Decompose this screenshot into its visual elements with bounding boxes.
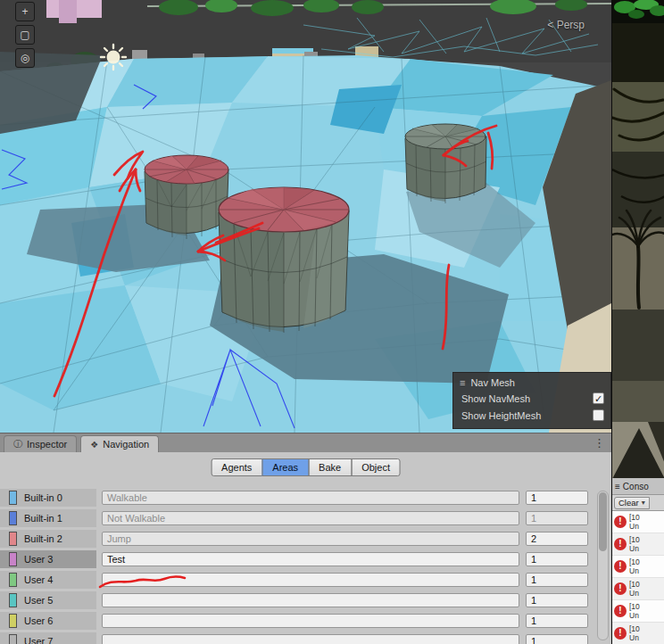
table-row: Built-in 0 Walkable 1 [0, 489, 611, 507]
show-heightmesh-label: Show HeightMesh [461, 410, 541, 421]
show-navmesh-checkbox[interactable]: ✓ [593, 392, 604, 404]
area-name-field[interactable] [102, 634, 519, 644]
rect-tool-button[interactable]: ▢ [15, 25, 35, 45]
console-clear-button[interactable]: Clear ▾ [614, 497, 650, 509]
mode-tab-agents[interactable]: Agents [211, 458, 262, 476]
area-name-field[interactable]: Test [102, 552, 519, 566]
menu-icon[interactable]: ≡ [460, 377, 465, 388]
table-row: Built-in 2 Jump 2 [0, 530, 611, 548]
rect-tool-icon: ▢ [20, 29, 29, 40]
right-dock-strip: ≡ Conso Clear ▾ ! [10Un ! [10Un [611, 0, 664, 644]
console-error-entry[interactable]: ! [10Un [612, 556, 664, 578]
area-color-swatch[interactable] [9, 634, 17, 644]
tab-navigation-label: Navigation [103, 439, 149, 450]
info-icon: ⓘ [13, 438, 22, 450]
console-log-list: ! [10Un ! [10Un ! [10Un ! [10Un ! [10U [612, 511, 664, 644]
area-name-label: User 4 [24, 574, 87, 585]
area-color-swatch[interactable] [9, 593, 17, 607]
log-line: Un [629, 522, 640, 531]
chevron-down-icon: ▾ [642, 499, 645, 507]
area-cost-field[interactable]: 1 [526, 634, 588, 644]
log-line: Un [629, 611, 640, 620]
mode-tab-bake[interactable]: Bake [308, 458, 352, 476]
area-cost-field[interactable]: 1 [526, 511, 588, 525]
area-name-label: User 6 [24, 615, 87, 626]
tab-console-label: Conso [623, 482, 649, 491]
area-name-field[interactable]: Walkable [102, 491, 519, 505]
table-scrollbar[interactable] [597, 491, 609, 640]
scrollbar-thumb[interactable] [599, 492, 607, 551]
table-row: User 7 1 [0, 632, 611, 644]
area-cost-field[interactable]: 1 [526, 573, 588, 587]
light-gizmo-icon [101, 45, 126, 70]
area-name-field[interactable] [102, 573, 519, 587]
areas-table: Built-in 0 Walkable 1 Built-in 1 Not Wal… [0, 489, 611, 644]
area-cost-field[interactable]: 2 [526, 532, 588, 546]
move-tool-icon: + [21, 6, 28, 17]
console-panel: ≡ Conso Clear ▾ ! [10Un ! [10Un [612, 478, 664, 644]
tab-inspector-label: Inspector [27, 439, 67, 450]
game-view-strip [612, 0, 664, 479]
scene-view[interactable]: + ▢ ◎ < Persp ≡ Nav Mesh Show NavMesh ✓ … [0, 0, 611, 433]
area-cost-field[interactable]: 1 [526, 593, 588, 607]
log-line: [10 [629, 602, 640, 611]
navigation-mode-tabs: Agents Areas Bake Object [211, 458, 401, 476]
tab-inspector[interactable]: ⓘ Inspector [4, 435, 77, 452]
console-error-entry[interactable]: ! [10Un [612, 623, 664, 644]
move-tool-button[interactable]: + [15, 2, 35, 21]
error-icon: ! [614, 582, 627, 595]
transform-tool-icon: ◎ [21, 53, 29, 63]
log-line: [10 [629, 535, 640, 544]
console-icon: ≡ [615, 482, 620, 491]
table-row: Built-in 1 Not Walkable 1 [0, 509, 611, 527]
console-error-entry[interactable]: ! [10Un [612, 600, 664, 623]
area-name-label: Built-in 2 [24, 533, 87, 544]
error-icon: ! [614, 605, 627, 617]
table-row: User 6 1 [0, 612, 611, 630]
area-color-swatch[interactable] [9, 552, 17, 566]
navigation-panel: Agents Areas Bake Object Built-in 0 Walk… [0, 452, 611, 644]
area-color-swatch[interactable] [9, 491, 17, 505]
clear-label: Clear [618, 498, 639, 508]
scene-tool-palette: + ▢ ◎ [15, 2, 35, 68]
transform-tool-button[interactable]: ◎ [15, 48, 35, 68]
area-name-label: User 7 [24, 636, 87, 644]
mode-tab-object[interactable]: Object [351, 458, 401, 476]
area-name-field[interactable]: Not Walkable [102, 511, 519, 525]
error-icon: ! [614, 560, 627, 573]
perspective-label[interactable]: < Persp [547, 19, 585, 31]
console-error-entry[interactable]: ! [10Un [612, 578, 664, 600]
tab-console[interactable]: ≡ Conso [612, 478, 664, 495]
error-icon: ! [614, 627, 627, 640]
mode-tab-areas[interactable]: Areas [261, 458, 309, 476]
area-name-field[interactable] [102, 593, 519, 607]
console-error-entry[interactable]: ! [10Un [612, 511, 664, 533]
main-column: + ▢ ◎ < Persp ≡ Nav Mesh Show NavMesh ✓ … [0, 0, 611, 644]
area-name-label: User 5 [24, 595, 87, 606]
console-error-entry[interactable]: ! [10Un [612, 533, 664, 556]
area-color-swatch[interactable] [9, 614, 17, 628]
error-icon: ! [614, 516, 627, 528]
area-color-swatch[interactable] [9, 511, 17, 525]
log-line: Un [629, 566, 640, 575]
area-color-swatch[interactable] [9, 532, 17, 546]
area-name-label: Built-in 1 [24, 513, 87, 524]
area-name-field[interactable] [102, 614, 519, 628]
unity-editor-window: + ▢ ◎ < Persp ≡ Nav Mesh Show NavMesh ✓ … [0, 0, 664, 644]
scene-3d-viewport[interactable] [0, 0, 611, 433]
log-line: Un [629, 544, 640, 553]
table-row: User 3 Test 1 [0, 550, 611, 568]
area-cost-field[interactable]: 1 [526, 552, 588, 566]
area-name-field[interactable]: Jump [102, 532, 519, 546]
area-name-label: Built-in 0 [24, 492, 87, 503]
panel-menu-icon[interactable]: ⋮ [593, 436, 605, 450]
area-color-swatch[interactable] [9, 573, 17, 587]
dock-tab-bar: ⓘ Inspector ❖ Navigation ⋮ [0, 433, 611, 452]
tab-navigation[interactable]: ❖ Navigation [80, 435, 159, 452]
log-line: [10 [629, 580, 640, 589]
table-row: User 5 1 [0, 591, 611, 609]
navmesh-display-panel: ≡ Nav Mesh Show NavMesh ✓ Show HeightMes… [452, 372, 611, 429]
area-cost-field[interactable]: 1 [526, 491, 588, 505]
show-heightmesh-checkbox[interactable] [593, 409, 604, 421]
area-cost-field[interactable]: 1 [526, 614, 588, 628]
